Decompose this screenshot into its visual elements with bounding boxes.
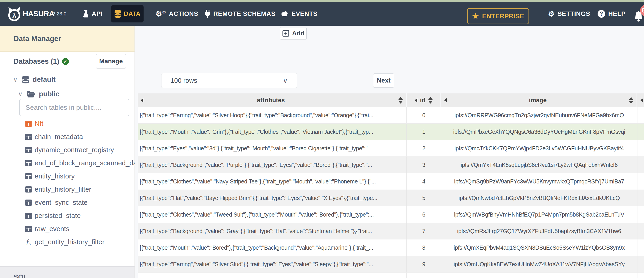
cell-attributes[interactable]: [{"trait_type":"Earring","value":"Silver… <box>138 256 406 272</box>
manage-button[interactable]: Manage <box>96 54 126 68</box>
sort-icon[interactable] <box>629 97 633 104</box>
hasura-logo-icon[interactable]: λ <box>8 7 21 22</box>
tree-node-default[interactable]: ∨ default <box>13 73 56 86</box>
nav-item-api[interactable]: API <box>83 2 102 26</box>
cell-attributes[interactable]: [{"trait_type":"Background","value":"Gra… <box>138 223 406 239</box>
cell-image[interactable]: ipfs://QmUQgKka8EW7exiUHnMwZ4UoXA11wV7NF… <box>441 256 637 272</box>
sidebar-sql-section[interactable]: SQL <box>0 266 134 278</box>
sidebar-table-item-chain-metadata[interactable]: chain_metadata <box>25 130 83 143</box>
cell-attributes[interactable]: [{"trait_type":"Mouth","value":"Grin"},{… <box>138 123 406 140</box>
move-column-left-icon[interactable] <box>414 98 417 102</box>
help-label: HELP <box>608 10 626 18</box>
enterprise-button[interactable]: ★ ENTERPRISE <box>467 8 529 24</box>
notifications-bell[interactable]: 8 <box>633 2 644 26</box>
cell-id[interactable]: 3 <box>406 157 441 173</box>
database-cylinder-icon <box>22 76 28 83</box>
cell-image[interactable]: ipfs://QmSg9bPzW9anFYc3wWU5KnvymwkxQTpmq… <box>441 173 637 190</box>
column-header-attributes[interactable]: attributes <box>138 93 406 107</box>
cell-id[interactable]: 8 <box>406 239 441 256</box>
rows-per-page-select[interactable]: 100 rows ∨ <box>161 73 297 88</box>
table-icon <box>25 160 32 166</box>
sidebar-function-item-get-entity-history-filter[interactable]: ƒx get_entity_history_filter <box>25 235 104 248</box>
cell-attributes[interactable]: [{"trait_type":"Background","value":"Pur… <box>138 157 406 173</box>
cell-id[interactable]: 2 <box>406 140 441 157</box>
cell-image[interactable]: ipfs://QmRRPWG96cmgTn2qSzjwr2qvfNEuhunv6… <box>441 107 637 123</box>
cell-attributes[interactable]: [{"trait_type":"Hat","value":"Bayc Flipp… <box>138 190 406 206</box>
sidebar-table-item-event-sync-state[interactable]: event_sync_state <box>25 196 88 209</box>
cell-partial <box>637 107 644 123</box>
cell-id[interactable]: 6 <box>406 206 441 223</box>
table-row[interactable]: [{"trait_type":"Earring","value":"Silver… <box>138 256 644 272</box>
nav-item-settings[interactable]: ⚙ SETTINGS <box>548 2 590 26</box>
cell-attributes[interactable]: [{"trait_type":"Eyes","value":"3d"},{"tr… <box>138 140 406 157</box>
cell-id[interactable]: 4 <box>406 173 441 190</box>
function-name: get_entity_history_filter <box>35 238 104 246</box>
database-icon <box>114 10 121 18</box>
table-row[interactable]: [{"trait_type":"Hat","value":"Bayc Flipp… <box>138 190 644 206</box>
table-icon <box>25 134 32 140</box>
nav-item-data[interactable]: DATA <box>111 5 144 23</box>
move-column-left-icon[interactable] <box>140 98 143 102</box>
table-name: Nft <box>35 120 43 127</box>
add-row-button[interactable]: Add <box>280 27 306 40</box>
search-tables-input[interactable] <box>19 99 129 116</box>
cell-id[interactable]: 9 <box>406 256 441 272</box>
column-header-id[interactable]: id <box>407 93 440 107</box>
move-column-left-icon[interactable] <box>640 98 643 102</box>
cell-id[interactable]: 1 <box>406 123 441 140</box>
sidebar-table-item-end-of-block-range-scanned-data[interactable]: end_of_block_range_scanned_data <box>25 157 143 170</box>
cell-image[interactable]: ipfs://QmXEqPbvM4aq1SQSXN8DSuEcSo5SseYW1… <box>441 239 637 256</box>
nav-item-help[interactable]: ? HELP <box>598 2 626 26</box>
sidebar-table-item-persisted-state[interactable]: persisted_state <box>25 209 80 222</box>
table-row[interactable]: [{"trait_type":"Background","value":"Pur… <box>138 157 644 173</box>
tree-node-label: public <box>39 90 60 98</box>
window-top-strip <box>0 0 644 2</box>
plug-icon <box>205 10 210 18</box>
cell-image[interactable]: ipfs://QmcJYkCKK7QPmYWjp4FD2e3Lv5WCGFuHN… <box>441 140 637 157</box>
cell-id[interactable]: 5 <box>406 190 441 206</box>
cell-attributes[interactable]: [{"trait_type":"Clothes","value":"Navy S… <box>138 173 406 190</box>
sidebar-table-item-dynamic-contract-registry[interactable]: dynamic_contract_registry <box>25 143 114 157</box>
settings-label: SETTINGS <box>558 10 590 18</box>
nav-item-actions[interactable]: ⚙⚙ ACTIONS <box>156 2 198 26</box>
version-label: v2.23.0 <box>50 2 66 26</box>
column-header-image[interactable]: image <box>441 93 636 107</box>
cell-attributes[interactable]: [{"trait_type":"Clothes","value":"Tweed … <box>138 206 406 223</box>
table-row[interactable]: [{"trait_type":"Mouth","value":"Bored"},… <box>138 239 644 256</box>
table-row-highlighted[interactable]: [{"trait_type":"Mouth","value":"Grin"},{… <box>138 123 644 140</box>
table-row[interactable]: [{"trait_type":"Background","value":"Gra… <box>138 223 644 239</box>
cell-image[interactable]: ipfs://QmYxT4LnK8sqLupjbS6eRvu1si7Ly2wFQ… <box>441 157 637 173</box>
table-row[interactable]: [{"trait_type":"Clothes","value":"Navy S… <box>138 173 644 190</box>
add-label: Add <box>292 30 304 37</box>
chevron-down-icon[interactable]: ∨ <box>18 90 23 98</box>
cell-attributes[interactable]: [{"trait_type":"Mouth","value":"Bored"},… <box>138 239 406 256</box>
sort-icon[interactable] <box>428 97 433 104</box>
next-page-button[interactable]: Next <box>373 73 394 87</box>
nav-item-remote-schemas[interactable]: REMOTE SCHEMAS <box>205 2 276 26</box>
table-row[interactable]: [{"trait_type":"Clothes","value":"Tweed … <box>138 206 644 223</box>
sidebar-table-item-entity-history-filter[interactable]: entity_history_filter <box>25 183 91 196</box>
move-column-left-icon[interactable] <box>444 98 447 102</box>
cell-image[interactable]: ipfs://QmPbxeGcXhYQQNgsC6a36dDyYUcHgMLnG… <box>441 123 637 140</box>
hasura-console: λ HASURA v2.23.0 API <box>0 0 644 278</box>
nav-item-label: EVENTS <box>292 10 318 18</box>
sort-icon[interactable] <box>398 97 403 104</box>
sidebar-table-item-entity-history[interactable]: entity_history <box>25 170 75 183</box>
main-content: Add 100 rows ∨ Next attributes id <box>135 26 644 278</box>
sidebar-table-item-nft[interactable]: Nft <box>25 117 43 130</box>
cell-id[interactable]: 0 <box>406 107 441 123</box>
chevron-down-icon[interactable]: ∨ <box>13 76 18 83</box>
cell-image[interactable]: ipfs://QmNwbd7ctEhGpVkP8nZvBBQfiNeFKRdxf… <box>441 190 637 206</box>
cell-image[interactable]: ipfs://QmRsJLrg27GQ1ZWyrXZFuJFdU5bapfzsy… <box>441 223 637 239</box>
cell-partial <box>637 173 644 190</box>
table-row[interactable]: [{"trait_type":"Earring","value":"Silver… <box>138 107 644 123</box>
cell-image[interactable]: ipfs://QmWBgfBhyVmHNhBfEQ7p1P4Mpn7pm5b8K… <box>441 206 637 223</box>
databases-label: Databases (1) ✓ <box>14 57 69 66</box>
cell-id[interactable]: 7 <box>406 223 441 239</box>
table-row[interactable]: [{"trait_type":"Eyes","value":"3d"},{"tr… <box>138 140 644 157</box>
cell-attributes[interactable]: [{"trait_type":"Earring","value":"Silver… <box>138 107 406 123</box>
column-header-partial[interactable] <box>637 93 644 107</box>
sidebar-table-item-raw-events[interactable]: raw_events <box>25 222 69 235</box>
nav-item-events[interactable]: EVENTS <box>281 2 318 26</box>
cell-partial <box>637 239 644 256</box>
